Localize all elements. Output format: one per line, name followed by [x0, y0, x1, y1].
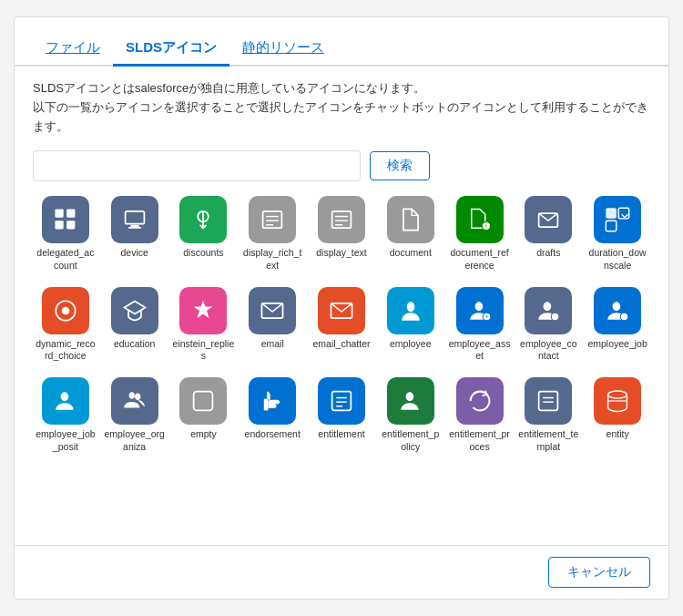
search-bar: 検索 — [15, 145, 668, 192]
icon-label-entitlement: entitlement — [318, 428, 364, 441]
svg-rect-20 — [606, 209, 617, 220]
svg-point-24 — [62, 306, 70, 314]
icon-label-display_rich_text: display_rich_text — [241, 247, 303, 272]
icon-item-dynamic_record_choice[interactable]: dynamic_record_choice — [33, 283, 98, 366]
icon-label-entitlement_templat: entitlement_templat — [517, 428, 579, 453]
icon-label-entity: entity — [607, 428, 629, 441]
icon-label-endorsement: endorsement — [245, 428, 301, 441]
svg-marker-25 — [124, 301, 145, 313]
search-button[interactable]: 検索 — [370, 151, 430, 180]
icon-item-document[interactable]: document — [378, 192, 443, 275]
icon-item-education[interactable]: education — [102, 283, 168, 366]
icon-label-dynamic_record_choice: dynamic_record_choice — [35, 338, 97, 363]
tab-bar: ファイル SLDSアイコン 静的リソース — [15, 17, 668, 67]
description-line2: 以下の一覧からアイコンを選択することで選択したアイコンをチャットボットのアイコン… — [33, 98, 650, 137]
icon-label-document_reference: document_reference — [449, 247, 511, 272]
icon-item-document_reference[interactable]: !document_reference — [447, 192, 513, 275]
icon-item-entity[interactable]: entity — [585, 374, 650, 457]
svg-rect-33 — [194, 392, 213, 411]
icon-label-device: device — [120, 247, 148, 260]
icon-item-employee_asset[interactable]: +employee_asset — [447, 283, 513, 366]
icon-label-email_chatter: email_chatter — [312, 338, 370, 351]
search-input[interactable] — [33, 150, 361, 181]
icon-item-discounts[interactable]: discounts — [171, 192, 237, 275]
icon-item-employee_job_posit[interactable]: employee_job_posit — [33, 374, 98, 457]
svg-text:+: + — [484, 313, 488, 320]
icon-item-display_text[interactable]: display_text — [309, 192, 374, 275]
icon-item-display_rich_text[interactable]: display_rich_text — [240, 192, 305, 275]
svg-rect-1 — [55, 221, 63, 230]
icon-label-email: email — [261, 338, 284, 351]
icon-label-employee_organiza: employee_organiza — [104, 428, 166, 453]
icon-item-entitlement_templat[interactable]: entitlement_templat — [515, 374, 581, 457]
svg-rect-4 — [125, 211, 144, 224]
svg-rect-22 — [606, 221, 617, 232]
icon-label-document: document — [390, 247, 432, 260]
icon-item-device[interactable]: device — [102, 192, 168, 275]
tab-static[interactable]: 静的リソース — [229, 32, 337, 67]
icon-item-employee_job[interactable]: employee_job — [585, 283, 650, 366]
icon-label-employee_job_posit: employee_job_posit — [35, 428, 97, 453]
svg-point-31 — [552, 313, 560, 321]
icon-item-employee_organiza[interactable]: employee_organiza — [102, 374, 168, 457]
icon-label-employee_asset: employee_asset — [449, 338, 511, 363]
svg-marker-26 — [194, 300, 213, 318]
icon-item-employee_contact[interactable]: employee_contact — [515, 283, 581, 366]
icon-item-empty[interactable]: empty — [171, 374, 237, 457]
icon-item-employee[interactable]: employee — [378, 283, 443, 366]
icon-item-drafts[interactable]: drafts — [515, 192, 581, 275]
icon-label-empty: empty — [190, 428, 217, 441]
svg-point-32 — [620, 313, 628, 321]
tab-file[interactable]: ファイル — [33, 32, 113, 67]
icon-label-discounts: discounts — [183, 247, 223, 260]
icon-label-employee_contact: employee_contact — [517, 338, 579, 363]
icon-item-entitlement_proces[interactable]: entitlement_proces — [447, 374, 513, 457]
svg-rect-5 — [130, 225, 138, 227]
icon-grid: delegated_accountdevicediscountsdisplay_… — [33, 192, 650, 471]
footer: キャンセル — [15, 545, 668, 599]
icon-item-entitlement[interactable]: entitlement — [309, 374, 374, 457]
svg-text:!: ! — [485, 223, 487, 230]
icon-label-delegated_account: delegated_account — [35, 247, 97, 272]
icon-label-einstein_replies: einstein_replies — [173, 338, 235, 363]
icon-item-duration_downscale[interactable]: duration_downscale — [585, 192, 650, 275]
svg-rect-34 — [332, 392, 352, 411]
icon-item-entitlement_policy[interactable]: entitlement_policy — [378, 374, 443, 457]
svg-rect-0 — [55, 210, 63, 218]
icon-label-education: education — [114, 338, 156, 351]
svg-rect-2 — [66, 210, 75, 218]
dialog: ファイル SLDSアイコン 静的リソース SLDSアイコンとはsalesforc… — [14, 16, 669, 600]
icon-label-entitlement_proces: entitlement_proces — [449, 428, 511, 453]
icon-label-duration_downscale: duration_downscale — [586, 247, 648, 272]
svg-rect-6 — [128, 227, 141, 229]
icon-label-entitlement_policy: entitlement_policy — [380, 428, 442, 453]
svg-point-41 — [608, 391, 627, 398]
icon-grid-wrapper: delegated_accountdevicediscountsdisplay_… — [15, 192, 668, 545]
icon-item-email_chatter[interactable]: email_chatter — [309, 283, 374, 366]
icon-item-email[interactable]: email — [240, 283, 305, 366]
icon-item-einstein_replies[interactable]: einstein_replies — [171, 283, 237, 366]
description-line1: SLDSアイコンとはsalesforceが独自に用意しているアイコンになります。 — [33, 79, 650, 98]
icon-label-employee: employee — [390, 338, 432, 351]
cancel-button[interactable]: キャンセル — [548, 557, 650, 588]
icon-label-display_text: display_text — [316, 247, 366, 260]
icon-item-delegated_account[interactable]: delegated_account — [33, 192, 98, 275]
icon-item-endorsement[interactable]: endorsement — [240, 374, 305, 457]
tab-slds[interactable]: SLDSアイコン — [113, 32, 229, 67]
icon-label-employee_job: employee_job — [587, 338, 647, 351]
icon-label-drafts: drafts — [536, 247, 560, 260]
svg-rect-3 — [66, 221, 75, 230]
description-block: SLDSアイコンとはsalesforceが独自に用意しているアイコンになります。… — [15, 67, 668, 145]
svg-rect-38 — [539, 392, 558, 411]
